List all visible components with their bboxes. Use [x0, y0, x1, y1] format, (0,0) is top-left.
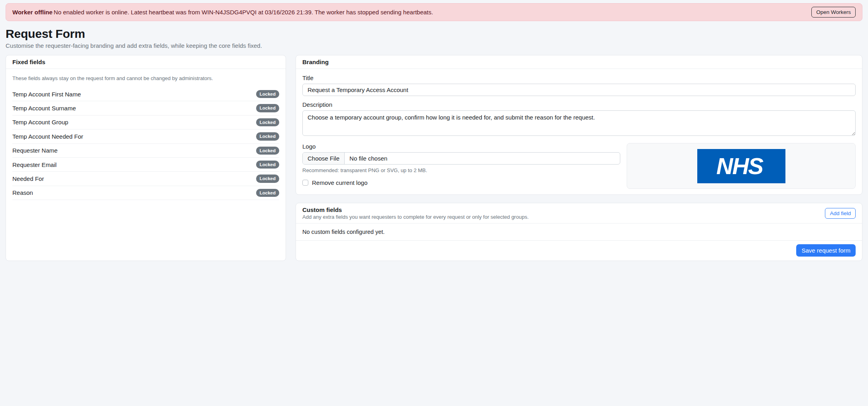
locked-badge: Locked [256, 147, 279, 155]
branding-title-input[interactable] [302, 84, 856, 96]
page-title: Request Form [6, 27, 862, 41]
fixed-field-label: Requester Email [12, 161, 57, 168]
branding-header: Branding [296, 55, 862, 69]
locked-badge: Locked [256, 175, 279, 182]
alert-message: Worker offlineNo enabled worker is onlin… [12, 9, 433, 16]
custom-fields-title: Custom fields [302, 206, 529, 213]
fixed-field-label: Reason [12, 189, 33, 196]
custom-fields-footer: Save request form [296, 241, 862, 261]
nhs-logo: NHS [697, 149, 785, 183]
fixed-field-row: Requester Email Locked [12, 158, 279, 172]
locked-badge: Locked [256, 161, 279, 169]
locked-badge: Locked [256, 132, 279, 140]
fixed-field-row: Reason Locked [12, 186, 279, 200]
logo-controls: Logo Choose File No file chosen Recommen… [302, 143, 620, 189]
custom-fields-card: Custom fields Add any extra fields you w… [296, 203, 862, 261]
fixed-field-row: Temp Account First Name Locked [12, 87, 279, 101]
logo-file-input[interactable]: Choose File No file chosen [302, 152, 620, 165]
locked-badge: Locked [256, 90, 279, 98]
content-columns: Fixed fields These fields always stay on… [6, 55, 862, 261]
locked-badge: Locked [256, 118, 279, 126]
custom-fields-empty-message: No custom fields configured yet. [296, 224, 862, 241]
description-label: Description [302, 101, 856, 108]
request-form-page: Worker offlineNo enabled worker is onlin… [0, 0, 868, 264]
fixed-field-label: Temp Account Group [12, 119, 68, 126]
logo-preview-box: NHS [627, 143, 856, 189]
fixed-field-row: Temp Account Surname Locked [12, 101, 279, 115]
worker-offline-alert: Worker offlineNo enabled worker is onlin… [6, 3, 862, 21]
alert-title: Worker offline [12, 9, 53, 16]
remove-logo-checkbox[interactable] [302, 180, 308, 186]
remove-logo-row: Remove current logo [302, 179, 620, 186]
choose-file-button[interactable]: Choose File [303, 153, 345, 164]
fixed-field-row: Needed For Locked [12, 172, 279, 186]
locked-badge: Locked [256, 104, 279, 112]
alert-text: No enabled worker is online. Latest hear… [54, 9, 433, 16]
save-request-form-button[interactable]: Save request form [796, 244, 856, 257]
custom-fields-header-text: Custom fields Add any extra fields you w… [302, 206, 529, 220]
fixed-field-label: Temp Account First Name [12, 91, 81, 98]
fixed-field-label: Temp Account Surname [12, 105, 76, 112]
file-chosen-status: No file chosen [345, 153, 392, 164]
add-field-button[interactable]: Add field [825, 208, 856, 219]
fixed-fields-column: Fixed fields These fields always stay on… [6, 55, 286, 261]
fixed-fields-description: These fields always stay on the request … [12, 75, 279, 81]
settings-column: Branding Title Description Choose a temp… [296, 55, 862, 261]
locked-badge: Locked [256, 189, 279, 197]
custom-fields-header: Custom fields Add any extra fields you w… [296, 203, 862, 224]
fixed-field-row: Requester Name Locked [12, 144, 279, 158]
fixed-field-label: Temp Account Needed For [12, 133, 83, 140]
branding-card: Branding Title Description Choose a temp… [296, 55, 862, 195]
logo-label: Logo [302, 143, 620, 150]
fixed-field-row: Temp Account Needed For Locked [12, 129, 279, 143]
page-subtitle: Customise the requester-facing branding … [6, 42, 862, 49]
fixed-field-label: Needed For [12, 175, 44, 182]
custom-fields-subtitle: Add any extra fields you want requesters… [302, 214, 529, 220]
logo-row: Logo Choose File No file chosen Recommen… [302, 143, 856, 189]
title-label: Title [302, 75, 856, 81]
fixed-fields-card: Fixed fields These fields always stay on… [6, 55, 286, 261]
open-workers-button[interactable]: Open Workers [811, 7, 856, 18]
fixed-fields-header: Fixed fields [6, 55, 286, 69]
branding-description-textarea[interactable]: Choose a temporary account group, confir… [302, 110, 856, 136]
fixed-field-label: Requester Name [12, 147, 57, 154]
fixed-field-row: Temp Account Group Locked [12, 116, 279, 129]
logo-help-text: Recommended: transparent PNG or SVG, up … [302, 167, 620, 173]
fixed-fields-body: These fields always stay on the request … [6, 69, 286, 206]
branding-body: Title Description Choose a temporary acc… [296, 69, 862, 194]
remove-logo-label: Remove current logo [312, 179, 367, 186]
